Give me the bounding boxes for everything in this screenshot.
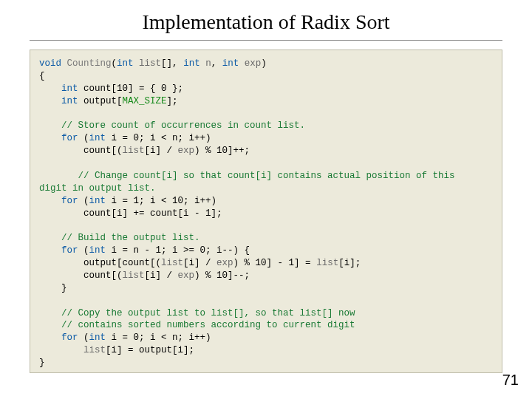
id-exp: exp <box>216 258 233 268</box>
id-list: list <box>123 146 145 156</box>
txt: [i] / <box>183 258 216 268</box>
kw-void: void <box>39 58 61 69</box>
comment-copy-a: // Copy the output list to list[], so th… <box>39 308 355 318</box>
txt: ]; <box>167 96 178 106</box>
for-head: i = n - 1; i >= 0; i--) { <box>106 245 250 256</box>
kw-int: int <box>117 58 134 69</box>
comment-build: // Build the output list. <box>39 233 200 243</box>
id-list: list <box>316 258 338 268</box>
txt: [i] = output[i]; <box>106 345 194 355</box>
kw-int: int <box>39 83 78 94</box>
for-head: i = 1; i < 10; i++) <box>106 196 216 206</box>
txt: ( <box>78 133 89 143</box>
for-head: i = 0; i < n; i++) <box>106 133 211 143</box>
txt: ) % 10]--; <box>194 270 250 281</box>
id-list: list <box>161 258 183 268</box>
kw-int: int <box>89 196 106 206</box>
title-divider <box>30 40 502 41</box>
txt: ( <box>78 332 89 343</box>
kw-int: int <box>89 245 106 256</box>
kw-for: for <box>39 196 78 206</box>
kw-for: for <box>39 133 78 143</box>
slide: Implementation of Radix Sort void Counti… <box>0 0 532 399</box>
for-head: i = 0; i < n; i++) <box>106 332 211 343</box>
id-exp: exp <box>178 146 195 156</box>
comment-change-b: digit in output list. <box>39 183 156 194</box>
lbrace: { <box>39 71 45 81</box>
param-exp: exp <box>245 58 262 69</box>
comment-store: // Store count of occurrences in count l… <box>39 120 305 131</box>
txt: [i]; <box>338 258 361 268</box>
decl-output: output[ <box>78 96 123 106</box>
comment-change-a: // Change count[i] so that count[i] cont… <box>39 171 455 181</box>
txt: [i] / <box>145 270 178 281</box>
rbrace: } <box>39 358 45 368</box>
fn-name: Counting <box>67 58 112 69</box>
txt: count[( <box>39 270 123 281</box>
kw-int: int <box>222 58 239 69</box>
txt: ( <box>78 196 89 206</box>
kw-int: int <box>183 58 200 69</box>
txt: ) % 10] - 1] = <box>233 258 317 268</box>
txt: count[( <box>39 146 123 156</box>
txt: [], <box>161 58 183 69</box>
comment-copy-b: // contains sorted numbers according to … <box>39 320 355 330</box>
stmt-prefix: count[i] += count[i - 1]; <box>39 208 222 219</box>
kw-int: int <box>89 332 106 343</box>
const-maxsize: MAX_SIZE <box>123 96 167 106</box>
decl-count: count[10] = { 0 }; <box>78 83 184 94</box>
kw-for: for <box>39 245 78 256</box>
page-number: 71 <box>502 372 519 389</box>
kw-int: int <box>89 133 106 143</box>
kw-int: int <box>39 96 78 106</box>
id-list: list <box>39 345 106 355</box>
txt: ( <box>78 245 89 256</box>
code-block: void Counting(int list[], int n, int exp… <box>30 50 502 373</box>
param-n: n <box>205 58 211 69</box>
id-exp: exp <box>178 270 195 281</box>
close-brace-inner: } <box>39 283 67 293</box>
txt: ) % 10]++; <box>194 146 250 156</box>
param-list: list <box>139 58 161 69</box>
txt: ) <box>261 58 267 69</box>
txt: output[count[( <box>39 258 161 268</box>
txt: [i] / <box>145 146 178 156</box>
kw-for: for <box>39 332 78 343</box>
slide-title: Implementation of Radix Sort <box>0 0 532 40</box>
id-list: list <box>123 270 145 281</box>
txt: , <box>211 58 222 69</box>
